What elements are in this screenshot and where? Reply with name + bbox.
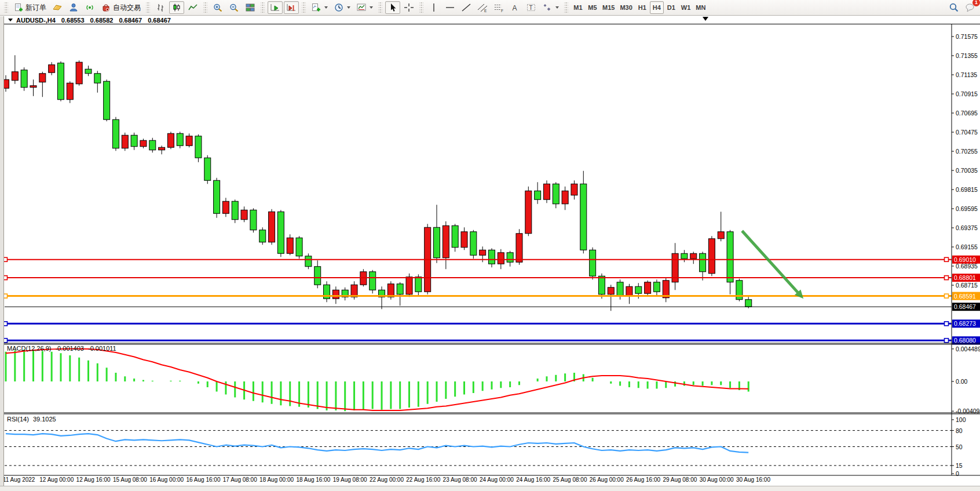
bar-chart-button[interactable] bbox=[153, 1, 168, 14]
notification-badge: 1 bbox=[972, 0, 980, 6]
toolbar-grip[interactable] bbox=[4, 2, 8, 13]
macd-name: MACD(12,26,9) bbox=[7, 345, 51, 352]
toolbar-grip[interactable] bbox=[302, 2, 306, 13]
timeframe-mn-button[interactable]: MN bbox=[693, 1, 708, 14]
accounts-button[interactable] bbox=[66, 1, 81, 14]
fibonacci-button[interactable]: F bbox=[491, 1, 506, 14]
macd-indicator bbox=[6, 349, 748, 412]
indicators-button[interactable] bbox=[309, 1, 330, 14]
timeframe-m30-button[interactable]: M30 bbox=[617, 1, 634, 14]
new-order-label: 新订单 bbox=[25, 3, 46, 13]
date-tick-label: 26 Aug 00:00 bbox=[590, 477, 624, 483]
trend-arrow[interactable] bbox=[742, 231, 803, 299]
svg-text:E: E bbox=[484, 9, 487, 13]
equidistant-channel-button[interactable]: E bbox=[475, 1, 490, 14]
toolbar-grip[interactable] bbox=[378, 2, 382, 13]
timeframe-m1-button[interactable]: M1 bbox=[571, 1, 585, 14]
chart-shift-button[interactable] bbox=[284, 1, 299, 14]
text-button[interactable]: A bbox=[507, 1, 522, 14]
zoom-out-icon bbox=[229, 3, 239, 12]
text-label-button[interactable]: T bbox=[524, 1, 539, 14]
svg-text:F: F bbox=[501, 9, 503, 13]
timeframe-toolbar: M1M5M15M30H1H4D1W1MN bbox=[571, 1, 708, 14]
line-chart-button[interactable] bbox=[185, 1, 200, 14]
rsi-tick-label: 80 bbox=[956, 427, 963, 434]
date-tick-label: 15 Aug 08:00 bbox=[113, 477, 147, 483]
date-tick-label: 24 Aug 00:00 bbox=[480, 477, 514, 483]
price-tick-label: 0.70915 bbox=[956, 90, 978, 97]
new-order-button[interactable]: 新订单 bbox=[11, 1, 49, 14]
price-tick-label: 0.68935 bbox=[956, 263, 978, 270]
price-tick-label: 0.70475 bbox=[956, 129, 978, 136]
rsi-indicator bbox=[5, 431, 952, 465]
cursor-button[interactable] bbox=[385, 1, 400, 14]
rsi-tick-label: 0 bbox=[956, 470, 959, 477]
rsi-value: 39.1025 bbox=[33, 416, 56, 423]
toolbar-grip[interactable] bbox=[203, 2, 207, 13]
templates-button[interactable] bbox=[354, 1, 375, 14]
crosshair-button[interactable] bbox=[401, 1, 416, 14]
chart-plot[interactable]: 0.690100.688010.685910.684670.682730.680… bbox=[0, 16, 980, 486]
search-button[interactable] bbox=[946, 1, 961, 14]
deposit-button[interactable] bbox=[50, 1, 65, 14]
arrows-button[interactable] bbox=[540, 1, 561, 14]
timeframe-w1-button[interactable]: W1 bbox=[679, 1, 693, 14]
macd-tick-label: 0.004489 bbox=[956, 345, 980, 352]
zoom-in-button[interactable] bbox=[210, 1, 225, 14]
line-handle[interactable] bbox=[945, 257, 949, 261]
zoom-out-button[interactable] bbox=[226, 1, 242, 14]
price-tick-label: 0.71575 bbox=[956, 33, 978, 40]
price-tick-label: 0.71355 bbox=[956, 52, 978, 59]
signals-button[interactable] bbox=[82, 1, 97, 14]
price-badge-text: 0.68801 bbox=[954, 274, 976, 281]
svg-text:A: A bbox=[513, 4, 517, 12]
tile-windows-icon bbox=[245, 3, 255, 12]
equidistant-channel-icon: E bbox=[477, 3, 488, 12]
window-left-gutter[interactable] bbox=[0, 16, 4, 486]
date-tick-label: 19 Aug 08:00 bbox=[333, 477, 367, 483]
arrows-shapes-icon bbox=[542, 3, 553, 12]
crosshair-icon bbox=[404, 3, 414, 12]
dropdown-caret-icon bbox=[324, 6, 328, 9]
date-tick-label: 26 Aug 16:00 bbox=[626, 477, 660, 483]
toolbar-grip[interactable] bbox=[146, 2, 150, 13]
trendline-button[interactable] bbox=[459, 1, 474, 14]
candles-layer bbox=[3, 55, 752, 311]
price-tick-label: 0.69155 bbox=[956, 243, 978, 250]
tile-windows-button[interactable] bbox=[243, 1, 258, 14]
toolbar-grip[interactable] bbox=[261, 2, 265, 13]
vertical-line-icon bbox=[429, 3, 439, 12]
dropdown-caret-icon bbox=[347, 6, 350, 9]
indicators-icon bbox=[311, 3, 321, 12]
search-icon bbox=[949, 3, 959, 12]
auto-scroll-button[interactable] bbox=[268, 1, 283, 14]
timeframe-h4-button[interactable]: H4 bbox=[650, 1, 664, 14]
timeframe-d1-button[interactable]: D1 bbox=[664, 1, 678, 14]
candlestick-chart-button[interactable] bbox=[169, 1, 184, 14]
chart-shift-icon bbox=[286, 3, 297, 12]
toolbar-grip[interactable] bbox=[564, 2, 568, 13]
timeframe-h1-button[interactable]: H1 bbox=[635, 1, 649, 14]
toolbar-grip[interactable] bbox=[419, 2, 423, 13]
date-tick-label: 16 Aug 16:00 bbox=[187, 477, 221, 483]
trendline-icon bbox=[461, 3, 471, 12]
price-tick-label: 0.70035 bbox=[956, 167, 978, 174]
timeframe-m5-button[interactable]: M5 bbox=[586, 1, 599, 14]
rsi-tick-label: 100 bbox=[956, 416, 966, 423]
date-tick-label: 22 Aug 00:00 bbox=[370, 477, 404, 483]
line-handle[interactable] bbox=[945, 294, 949, 298]
horizontal-line-button[interactable] bbox=[443, 1, 458, 14]
auto-scroll-icon bbox=[270, 3, 280, 12]
date-tick-label: 22 Aug 16:00 bbox=[406, 477, 440, 483]
line-handle[interactable] bbox=[945, 322, 949, 326]
line-handle[interactable] bbox=[945, 276, 949, 280]
date-tick-label: 30 Aug 00:00 bbox=[700, 477, 734, 483]
rsi-name: RSI(14) bbox=[7, 416, 29, 423]
price-tick-label: 0.69815 bbox=[956, 186, 978, 193]
timeframe-m15-button[interactable]: M15 bbox=[600, 1, 617, 14]
template-icon bbox=[356, 3, 367, 12]
periods-button[interactable] bbox=[331, 1, 353, 14]
vertical-line-button[interactable] bbox=[426, 1, 441, 14]
line-handle[interactable] bbox=[945, 339, 949, 343]
auto-trading-button[interactable]: 自动交易 bbox=[98, 1, 143, 14]
